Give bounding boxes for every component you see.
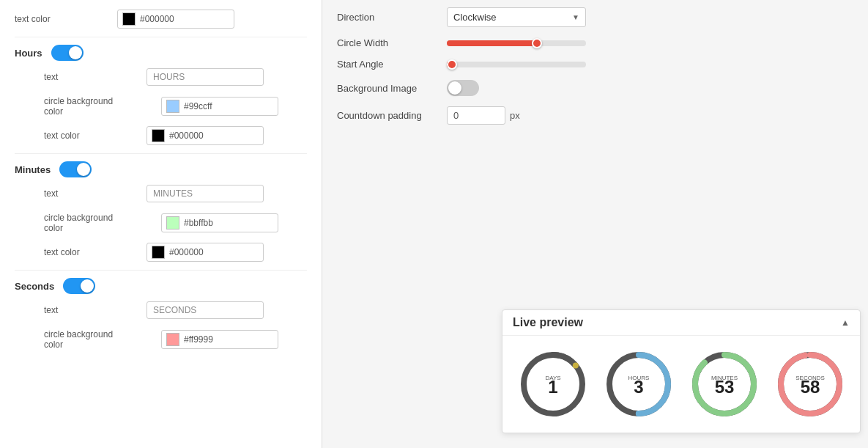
hours-text-color-input[interactable]: #000000 <box>146 126 264 145</box>
live-preview-title: Live preview <box>513 316 583 329</box>
seconds-text-row: text <box>15 298 307 322</box>
minutes-text-color-input[interactable]: #000000 <box>146 243 264 262</box>
minutes-circle-bg-value: #bbffbb <box>184 218 213 228</box>
hours-text-color-swatch <box>152 129 165 142</box>
minutes-text-row: text <box>15 182 307 205</box>
hours-title: Hours <box>15 48 42 59</box>
seconds-toggle[interactable] <box>63 278 95 294</box>
circle-item: DAYS1 <box>516 348 590 421</box>
minutes-text-color-value: #000000 <box>169 247 204 257</box>
minutes-circle-bg-row: circle background color #bbffbb <box>15 211 307 235</box>
minutes-text-label: text <box>44 188 146 199</box>
minutes-text-color-row: text color #000000 <box>15 240 307 264</box>
countdown-padding-row: Countdown padding px <box>337 106 853 125</box>
top-text-color-swatch <box>122 12 136 26</box>
seconds-section-header: Seconds <box>15 278 307 294</box>
hours-text-color-label: text color <box>44 131 146 141</box>
minutes-circle-bg-swatch <box>166 216 179 229</box>
background-image-row: Background Image <box>337 80 853 96</box>
countdown-padding-input[interactable] <box>447 106 505 125</box>
svg-point-2 <box>572 363 578 369</box>
circle-item: SECONDS58 <box>774 348 847 421</box>
background-image-toggle[interactable] <box>447 80 479 96</box>
hours-text-input[interactable] <box>146 68 264 86</box>
top-text-color-value: #000000 <box>140 14 174 24</box>
circle-width-slider[interactable] <box>447 40 586 46</box>
minutes-circle-bg-label: circle background color <box>44 213 161 233</box>
px-label: px <box>510 110 520 121</box>
direction-dropdown[interactable]: Clockwise ▼ <box>447 7 586 27</box>
right-panel: Direction Clockwise ▼ Circle Width Start… <box>322 0 868 448</box>
circle-width-fill <box>447 40 538 46</box>
start-angle-slider[interactable] <box>447 62 586 67</box>
circle-width-label: Circle Width <box>337 37 447 48</box>
seconds-text-label: text <box>44 305 146 315</box>
top-text-color-row: text color #000000 <box>15 7 307 31</box>
svg-point-12 <box>701 360 707 366</box>
live-preview-collapse[interactable]: ▲ <box>841 317 850 328</box>
hours-text-color-row: text color #000000 <box>15 124 307 147</box>
hours-text-color-value: #000000 <box>169 131 204 141</box>
minutes-section-header: Minutes <box>15 161 307 177</box>
seconds-circle-bg-input[interactable]: #ff9999 <box>161 330 278 349</box>
countdown-padding-wrapper: px <box>447 106 520 125</box>
live-preview-content: DAYS1HOURS3MINUTES53SECONDS58 <box>502 336 860 433</box>
direction-row: Direction Clockwise ▼ <box>337 7 853 27</box>
direction-dropdown-arrow: ▼ <box>572 13 579 21</box>
hours-circle-bg-row: circle background color #99ccff <box>15 95 307 118</box>
svg-text:1: 1 <box>548 377 557 397</box>
start-angle-thumb[interactable] <box>447 59 457 70</box>
svg-point-7 <box>636 411 642 416</box>
seconds-circle-bg-swatch <box>166 333 179 346</box>
background-image-label: Background Image <box>337 83 447 94</box>
countdown-padding-label: Countdown padding <box>337 110 447 121</box>
minutes-text-color-swatch <box>152 246 165 259</box>
minutes-title: Minutes <box>15 164 51 175</box>
hours-circle-bg-value: #99ccff <box>184 101 212 111</box>
seconds-circle-bg-row: circle background color #ff9999 <box>15 328 307 351</box>
seconds-circle-bg-value: #ff9999 <box>184 334 213 345</box>
hours-toggle[interactable] <box>51 45 84 61</box>
minutes-toggle[interactable] <box>59 161 92 177</box>
circle-width-thumb[interactable] <box>532 38 542 48</box>
svg-text:53: 53 <box>714 377 734 397</box>
start-angle-label: Start Angle <box>337 59 447 70</box>
top-text-color-input[interactable]: #000000 <box>117 10 234 29</box>
seconds-text-input[interactable] <box>146 301 264 319</box>
hours-section-header: Hours <box>15 45 307 61</box>
svg-text:3: 3 <box>634 377 643 397</box>
seconds-title: Seconds <box>15 281 54 292</box>
top-text-color-label: text color <box>15 14 117 24</box>
direction-value: Clockwise <box>453 12 572 23</box>
hours-circle-bg-input[interactable]: #99ccff <box>161 97 278 116</box>
direction-label: Direction <box>337 12 447 23</box>
hours-circle-bg-label: circle background color <box>44 96 161 117</box>
circle-item: HOURS3 <box>602 348 675 421</box>
svg-text:58: 58 <box>800 377 820 397</box>
seconds-circle-bg-label: circle background color <box>44 329 161 350</box>
live-preview-box: Live preview ▲ DAYS1HOURS3MINUTES53SECON… <box>502 309 861 433</box>
minutes-circle-bg-input[interactable]: #bbffbb <box>161 213 278 232</box>
hours-text-label: text <box>44 72 146 82</box>
left-panel: text color #000000 Hours text circle bac… <box>0 0 322 448</box>
minutes-text-color-label: text color <box>44 247 146 257</box>
hours-text-row: text <box>15 65 307 89</box>
hours-circle-bg-swatch <box>166 100 179 113</box>
start-angle-row: Start Angle <box>337 59 853 70</box>
minutes-text-input[interactable] <box>146 185 264 202</box>
circle-item: MINUTES53 <box>688 348 761 421</box>
live-preview-header: Live preview ▲ <box>502 310 860 336</box>
svg-point-17 <box>801 353 807 359</box>
circle-width-row: Circle Width <box>337 37 853 48</box>
